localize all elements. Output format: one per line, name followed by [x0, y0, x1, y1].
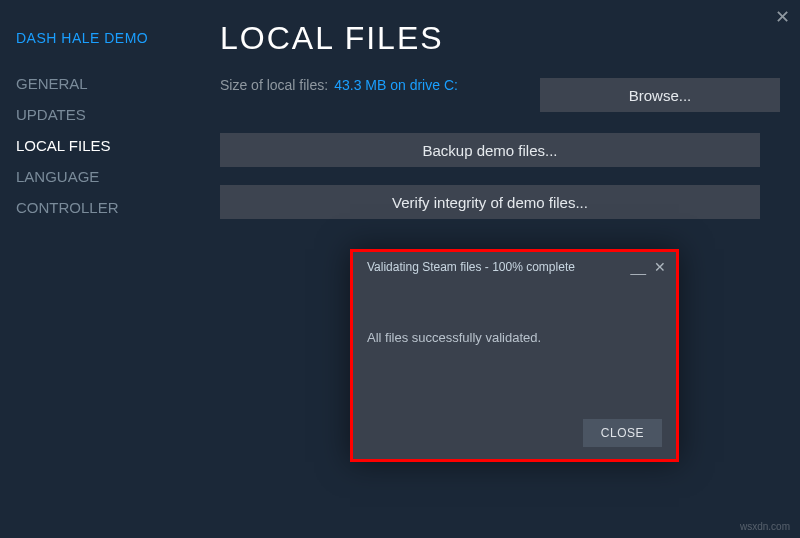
dialog-body: All files successfully validated. — [353, 280, 676, 345]
size-value-link[interactable]: 43.3 MB on drive C: — [334, 77, 458, 93]
game-title: DASH HALE DEMO — [16, 30, 200, 46]
dialog-message: All files successfully validated. — [367, 330, 662, 345]
minimize-icon[interactable]: __ — [630, 261, 646, 273]
browse-button[interactable]: Browse... — [540, 78, 780, 112]
verify-button[interactable]: Verify integrity of demo files... — [220, 185, 760, 219]
dialog-close-button[interactable]: CLOSE — [583, 419, 662, 447]
page-title: LOCAL FILES — [220, 20, 780, 57]
size-label: Size of local files: — [220, 77, 328, 93]
sidebar-item-updates[interactable]: UPDATES — [16, 99, 200, 130]
dialog-footer: CLOSE — [583, 419, 662, 447]
validation-dialog: Validating Steam files - 100% complete _… — [350, 249, 679, 462]
sidebar-item-local-files[interactable]: LOCAL FILES — [16, 130, 200, 161]
sidebar-item-controller[interactable]: CONTROLLER — [16, 192, 200, 223]
sidebar: DASH HALE DEMO GENERAL UPDATES LOCAL FIL… — [0, 0, 200, 538]
watermark: wsxdn.com — [740, 521, 790, 532]
sidebar-item-general[interactable]: GENERAL — [16, 68, 200, 99]
dialog-header: Validating Steam files - 100% complete _… — [353, 252, 676, 280]
dialog-close-icon[interactable]: ✕ — [654, 261, 666, 273]
backup-button[interactable]: Backup demo files... — [220, 133, 760, 167]
sidebar-item-language[interactable]: LANGUAGE — [16, 161, 200, 192]
dialog-title: Validating Steam files - 100% complete — [367, 260, 622, 274]
